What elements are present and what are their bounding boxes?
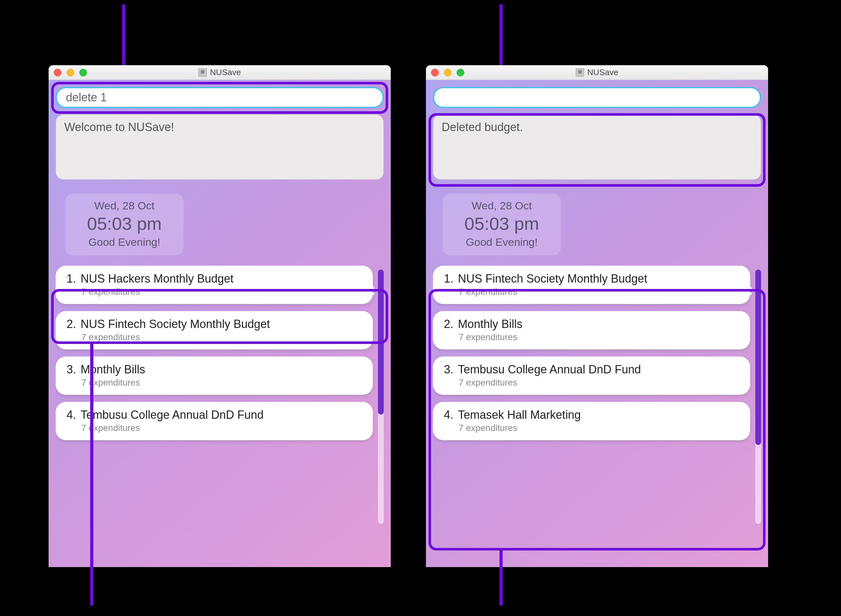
- app-icon: [576, 68, 584, 77]
- budget-list-scroll[interactable]: 1. NUS Hackers Monthly Budget 7 expendit…: [56, 265, 384, 528]
- budget-subtitle: 7 expenditures: [459, 377, 739, 388]
- window-title-text: NUSave: [587, 67, 618, 77]
- budget-subtitle: 7 expenditures: [459, 423, 739, 433]
- message-area: Welcome to NUSave!: [56, 114, 384, 180]
- clock-card: Wed, 28 Oct 05:03 pm Good Evening!: [65, 194, 183, 255]
- budget-subtitle: 7 expenditures: [81, 332, 362, 342]
- budget-subtitle: 7 expenditures: [81, 287, 362, 297]
- budget-item[interactable]: 1. NUS Hackers Monthly Budget 7 expendit…: [56, 265, 373, 304]
- message-area: Deleted budget.: [433, 114, 761, 180]
- budget-item[interactable]: 3. Monthly Bills 7 expenditures: [56, 356, 373, 395]
- scrollbar-track[interactable]: [755, 270, 761, 524]
- budget-title: NUS Fintech Society Monthly Budget: [81, 317, 270, 331]
- titlebar: NUSave: [426, 65, 768, 80]
- budget-subtitle: 7 expenditures: [81, 377, 362, 388]
- budget-index: 3.: [66, 363, 76, 376]
- budget-subtitle: 7 expenditures: [81, 423, 362, 433]
- message-text: Welcome to NUSave!: [64, 120, 174, 133]
- app-body: Deleted budget. Wed, 28 Oct 05:03 pm Goo…: [426, 80, 768, 567]
- budget-subtitle: 7 expenditures: [459, 332, 739, 342]
- budget-list: 1. NUS Fintech Society Monthly Budget 7 …: [433, 265, 761, 528]
- budget-title: Temasek Hall Marketing: [458, 408, 581, 422]
- budget-item[interactable]: 4. Temasek Hall Marketing 7 expenditures: [433, 402, 750, 440]
- budget-item[interactable]: 2. NUS Fintech Society Monthly Budget 7 …: [56, 311, 373, 349]
- traffic-lights: [54, 69, 87, 76]
- clock-date: Wed, 28 Oct: [443, 199, 561, 212]
- budget-index: 2.: [66, 317, 76, 331]
- minimize-icon[interactable]: [444, 69, 452, 76]
- app-window-after: NUSave Deleted budget. Wed, 28 Oct 05:03…: [426, 65, 768, 567]
- maximize-icon[interactable]: [79, 69, 87, 76]
- budget-list-scroll[interactable]: 1. NUS Fintech Society Monthly Budget 7 …: [433, 265, 761, 528]
- scrollbar-thumb[interactable]: [755, 270, 761, 445]
- budget-item[interactable]: 2. Monthly Bills 7 expenditures: [433, 311, 750, 349]
- scrollbar-thumb[interactable]: [378, 270, 384, 415]
- clock-date: Wed, 28 Oct: [65, 199, 183, 212]
- budget-title: Tembusu College Annual DnD Fund: [458, 363, 641, 376]
- budget-title: NUS Hackers Monthly Budget: [81, 272, 233, 286]
- close-icon[interactable]: [54, 69, 62, 76]
- budget-title: Monthly Bills: [458, 317, 523, 331]
- command-input[interactable]: [56, 87, 384, 108]
- budget-index: 3.: [444, 363, 454, 376]
- clock-card: Wed, 28 Oct 05:03 pm Good Evening!: [443, 194, 561, 255]
- budget-item[interactable]: 1. NUS Fintech Society Monthly Budget 7 …: [433, 265, 750, 304]
- budget-title: Monthly Bills: [81, 363, 145, 376]
- app-icon: [198, 68, 207, 77]
- annotation-line-top-left: [122, 4, 125, 66]
- clock-greeting: Good Evening!: [65, 236, 183, 248]
- budget-subtitle: 7 expenditures: [459, 287, 739, 297]
- budget-index: 1.: [444, 272, 454, 286]
- command-input[interactable]: [433, 87, 761, 108]
- budget-title: NUS Fintech Society Monthly Budget: [458, 272, 647, 286]
- clock-time: 05:03 pm: [65, 213, 183, 234]
- clock-greeting: Good Evening!: [443, 236, 561, 248]
- budget-index: 4.: [444, 408, 454, 422]
- app-body: Welcome to NUSave! Wed, 28 Oct 05:03 pm …: [48, 80, 391, 567]
- window-title: NUSave: [576, 67, 618, 77]
- maximize-icon[interactable]: [456, 69, 464, 76]
- budget-item[interactable]: 4. Tembusu College Annual DnD Fund 7 exp…: [56, 402, 373, 440]
- traffic-lights: [431, 69, 464, 76]
- budget-index: 1.: [66, 272, 76, 286]
- message-text: Deleted budget.: [442, 120, 523, 133]
- budget-title: Tembusu College Annual DnD Fund: [81, 408, 264, 422]
- budget-list: 1. NUS Hackers Monthly Budget 7 expendit…: [56, 265, 384, 528]
- titlebar: NUSave: [48, 65, 391, 80]
- budget-index: 2.: [444, 317, 454, 331]
- budget-index: 4.: [66, 408, 76, 422]
- scrollbar-track[interactable]: [378, 270, 384, 524]
- budget-item[interactable]: 3. Tembusu College Annual DnD Fund 7 exp…: [433, 356, 750, 395]
- minimize-icon[interactable]: [66, 69, 74, 76]
- clock-time: 05:03 pm: [443, 213, 561, 234]
- close-icon[interactable]: [431, 69, 439, 76]
- app-window-before: NUSave Welcome to NUSave! Wed, 28 Oct 05…: [48, 65, 391, 567]
- window-title: NUSave: [198, 67, 241, 77]
- window-title-text: NUSave: [210, 67, 241, 77]
